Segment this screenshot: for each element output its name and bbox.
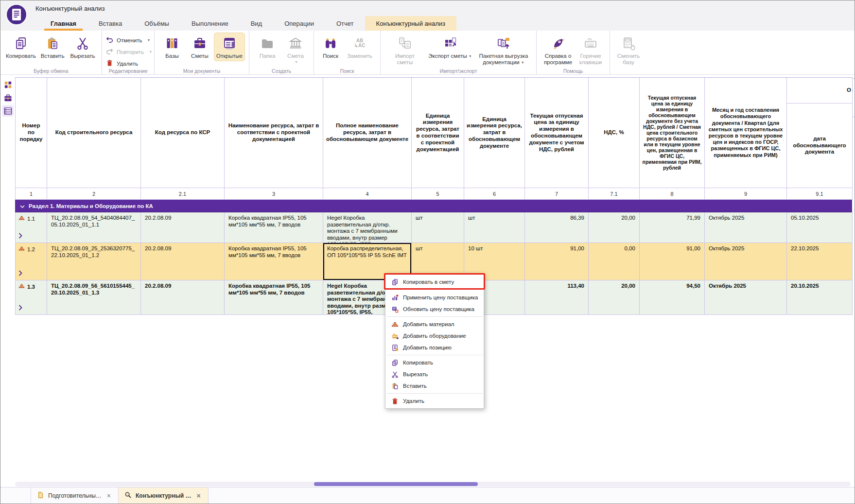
app-logo-icon[interactable] xyxy=(6,4,27,25)
ksr-code-cell[interactable]: 20.2.08.09 xyxy=(141,280,225,315)
material-icon xyxy=(18,283,25,291)
binoculars-icon xyxy=(323,35,338,52)
row-number-cell[interactable]: 1.3 xyxy=(16,280,47,315)
collapse-section-icon[interactable] xyxy=(20,203,25,209)
price-without-vat-cell[interactable]: 71,99 xyxy=(640,212,705,243)
paste-button[interactable]: Вставить xyxy=(37,33,68,61)
bases-button[interactable]: Базы xyxy=(158,33,186,61)
price-without-vat-cell[interactable]: 91,00 xyxy=(640,243,705,280)
magnifier-icon xyxy=(124,491,132,500)
dropdown-caret-icon[interactable]: ▼ xyxy=(147,38,151,42)
bank-building-icon xyxy=(288,35,303,52)
change-database-button: Сменить базу xyxy=(614,33,643,68)
code-cell[interactable]: ТЦ_20.2.08.09_56_5610155445_20.10.2025_0… xyxy=(47,280,141,315)
context-menu-item-paste[interactable]: Вставить xyxy=(385,380,484,392)
expand-row-icon[interactable] xyxy=(18,270,22,278)
menu-tab-obyomy[interactable]: Объёмы xyxy=(133,16,180,31)
menu-tab-vypolnenie[interactable]: Выполнение xyxy=(180,16,240,31)
context-menu-item-delete[interactable]: Удалить xyxy=(385,395,484,407)
undo-button[interactable]: Отменить ▼ xyxy=(106,36,152,44)
table-row[interactable]: 1.1 ТЦ_20.2.08.09_54_5404084407_05.10.20… xyxy=(15,212,853,243)
column-number: 9 xyxy=(705,188,787,200)
horizontal-scrollbar-thumb[interactable] xyxy=(314,482,478,486)
briefcase-icon xyxy=(192,35,207,52)
price-without-vat-cell[interactable]: 94,50 xyxy=(640,280,705,315)
document-tab-preparatory[interactable]: Подготовительны… × xyxy=(31,487,119,504)
menu-tab-otchet[interactable]: Отчет xyxy=(325,16,365,31)
context-menu-separator xyxy=(386,355,483,355)
expand-row-icon[interactable] xyxy=(18,233,22,241)
context-menu-item-label: Добавить материал xyxy=(403,321,454,327)
about-button[interactable]: Справка о программе xyxy=(541,33,576,68)
vat-percent-cell[interactable]: 20,00 xyxy=(589,212,640,243)
redo-button-label: Повторить xyxy=(117,49,144,55)
doc-date-cell[interactable]: 05.10.2025 xyxy=(787,212,853,243)
close-icon[interactable]: × xyxy=(105,492,112,500)
unit-project-cell[interactable]: шт xyxy=(412,212,464,243)
doc-date-cell[interactable]: 22.10.2025 xyxy=(787,243,853,280)
context-menu-item-add-position[interactable]: Добавить позицию xyxy=(385,342,484,353)
menu-tab-vid[interactable]: Вид xyxy=(240,16,274,31)
context-menu-item-copy-to-estimate[interactable]: Копировать в смету xyxy=(385,275,484,289)
document-tab-market-analysis[interactable]: Конъюнктурный … × xyxy=(119,487,209,504)
horizontal-scrollbar-track[interactable] xyxy=(15,482,851,487)
bases-icon xyxy=(165,35,179,52)
code-cell[interactable]: ТЦ_20.2.08.09_25_2536320775_22.10.2025_0… xyxy=(47,243,141,280)
estimates-button[interactable]: Сметы xyxy=(186,33,214,61)
month-year-cell[interactable]: Октябрь 2025 xyxy=(705,280,787,315)
export-estimate-button[interactable]: Экспорт сметы▼ xyxy=(425,33,475,61)
dropdown-caret-icon: ▼ xyxy=(295,60,298,64)
row-number-cell[interactable]: 1.2 xyxy=(16,243,47,280)
open-documents-button[interactable]: Открытые xyxy=(214,33,245,61)
ribbon: Копировать Вставить Вырезать Буфер обмен… xyxy=(0,31,855,75)
list-panel-icon[interactable] xyxy=(2,105,14,117)
menu-tab-glavnaya[interactable]: Главная xyxy=(39,16,87,31)
ksr-code-cell[interactable]: 20.2.08.09 xyxy=(141,212,225,243)
expand-row-icon[interactable] xyxy=(18,305,22,313)
month-year-cell[interactable]: Октябрь 2025 xyxy=(705,243,787,280)
batch-upload-button[interactable]: Пакетная выгрузка документации▼ xyxy=(475,33,532,68)
column-header: Единица измерения ресурса, затрат в обос… xyxy=(464,78,525,188)
dropdown-caret-icon[interactable]: ▼ xyxy=(521,61,524,64)
section-header-row[interactable]: Раздел 1. Материалы и Оборудование по КА xyxy=(15,200,852,212)
menu-tab-operacii[interactable]: Операции xyxy=(273,16,325,31)
cut-button[interactable]: Вырезать xyxy=(68,33,98,61)
doc-date-cell[interactable]: 20.10.2025 xyxy=(787,280,853,315)
search-button[interactable]: Поиск xyxy=(318,33,343,61)
ksr-code-cell[interactable]: 20.2.08.09 xyxy=(141,243,225,280)
context-menu-item-add-equipment[interactable]: Добавить оборудование xyxy=(385,330,484,342)
menu-tab-konyunkturny-analiz[interactable]: Конъюнктурный анализ xyxy=(365,16,456,31)
full-name-cell[interactable]: Hegel Коробка разветвительная д/откр. мо… xyxy=(323,212,412,243)
price-with-vat-cell[interactable]: 86,39 xyxy=(525,212,589,243)
context-menu-item-add-material[interactable]: Добавить материал xyxy=(385,318,484,330)
context-menu-item-cut[interactable]: Вырезать xyxy=(385,368,484,380)
price-with-vat-cell[interactable]: 91,00 xyxy=(525,243,589,280)
menu-tab-vstavka[interactable]: Вставка xyxy=(87,16,133,31)
estimates-panel-icon[interactable] xyxy=(2,92,14,104)
unit-document-cell[interactable]: шт xyxy=(464,212,525,243)
rocket-icon xyxy=(551,35,565,52)
material-icon xyxy=(18,245,25,254)
copy-icon xyxy=(391,359,399,366)
context-menu-item-update-supplier-price[interactable]: Обновить цену поставщика xyxy=(385,303,484,315)
name-cell[interactable]: Коробка квадратная IP55, 105 мм*105 мм*5… xyxy=(225,212,323,243)
context-menu-item-apply-supplier-price[interactable]: Применить цену поставщика xyxy=(385,292,484,303)
name-cell[interactable]: Коробка квадратная IP55, 105 мм*105 мм*5… xyxy=(225,243,323,280)
month-year-cell[interactable]: Октябрь 2025 xyxy=(705,212,787,243)
name-cell[interactable]: Коробка квадратная IP55, 105 мм*105 мм*5… xyxy=(225,280,323,315)
context-menu-item-copy[interactable]: Копировать xyxy=(385,357,484,368)
menu-tab-label: Операции xyxy=(284,20,314,27)
dropdown-caret-icon[interactable]: ▼ xyxy=(469,54,472,58)
bases-panel-icon[interactable] xyxy=(2,79,14,90)
copy-button[interactable]: Копировать xyxy=(4,33,37,61)
batch-upload-icon xyxy=(496,35,511,52)
vat-percent-cell[interactable]: 20,00 xyxy=(589,280,640,315)
price-with-vat-cell[interactable]: 113,40 xyxy=(525,280,589,315)
import-estimate-button: Импорт сметы xyxy=(384,33,425,68)
code-cell[interactable]: ТЦ_20.2.08.09_54_5404084407_05.10.2025_0… xyxy=(47,212,141,243)
vat-percent-cell[interactable]: 0,00 xyxy=(589,243,640,280)
hotkeys-button-label: Горячие клавиши xyxy=(578,53,603,66)
row-number-cell[interactable]: 1.1 xyxy=(16,212,47,243)
close-icon[interactable]: × xyxy=(195,492,202,500)
delete-button[interactable]: Удалить xyxy=(106,59,152,68)
